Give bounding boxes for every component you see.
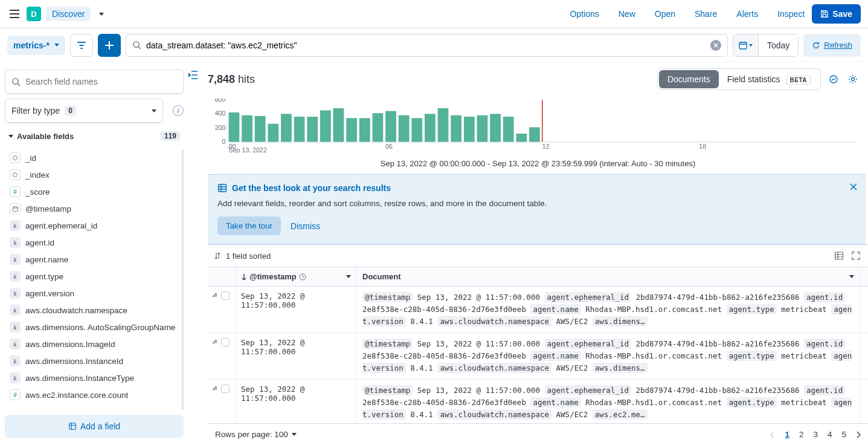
row-checkbox[interactable] bbox=[221, 338, 230, 346]
add-field-button[interactable]: Add a field bbox=[5, 415, 184, 438]
expand-row[interactable] bbox=[211, 291, 217, 297]
svg-rect-32 bbox=[477, 115, 488, 142]
save-icon bbox=[820, 10, 829, 18]
date-calendar-button[interactable] bbox=[733, 34, 759, 56]
plus-icon bbox=[105, 41, 114, 50]
add-filter-button[interactable] bbox=[98, 34, 121, 57]
chevron-down-icon bbox=[54, 44, 59, 47]
callout-close[interactable] bbox=[850, 183, 857, 190]
save-button[interactable]: Save bbox=[812, 4, 861, 24]
page-2[interactable]: 2 bbox=[799, 430, 804, 439]
col-document[interactable]: Document bbox=[356, 267, 861, 286]
svg-rect-23 bbox=[359, 118, 370, 142]
field-item[interactable]: kagent.version bbox=[5, 285, 182, 302]
chevron-down-icon[interactable] bbox=[849, 275, 854, 278]
chevron-down-icon bbox=[152, 109, 156, 112]
tab-documents[interactable]: Documents bbox=[659, 70, 719, 88]
available-fields-label: Available fields bbox=[17, 132, 74, 141]
svg-text:0: 0 bbox=[222, 138, 226, 145]
page-prev[interactable] bbox=[770, 431, 775, 438]
field-info-button[interactable]: i bbox=[173, 105, 184, 116]
svg-rect-36 bbox=[529, 128, 540, 143]
svg-rect-24 bbox=[373, 113, 384, 142]
dismiss-link[interactable]: Dismiss bbox=[291, 221, 320, 231]
expand-row[interactable] bbox=[211, 385, 217, 391]
chart-toggle-button[interactable] bbox=[828, 74, 839, 85]
field-item[interactable]: #aws.ec2.instance.core.count bbox=[5, 386, 182, 403]
field-item[interactable]: kagent.name bbox=[5, 251, 182, 268]
field-type-icon: k bbox=[10, 339, 21, 349]
filter-by-type[interactable]: Filter by type 0 bbox=[5, 99, 163, 123]
field-type-icon: # bbox=[10, 186, 21, 197]
available-fields-header[interactable]: Available fields 119 bbox=[5, 128, 184, 145]
settings-button[interactable] bbox=[847, 74, 858, 85]
field-item[interactable]: kaws.dimensions.InstanceType bbox=[5, 369, 182, 386]
svg-text:06: 06 bbox=[385, 143, 393, 150]
query-input-wrap[interactable] bbox=[126, 34, 728, 57]
field-item[interactable]: kaws.dimensions. AutoScalingGroupName bbox=[5, 319, 182, 336]
fullscreen-button[interactable] bbox=[850, 250, 862, 262]
field-type-icon: k bbox=[10, 220, 21, 231]
data-view-selector[interactable]: metrics-* bbox=[7, 36, 65, 55]
main-content: 7,848 hits Documents Field statistics BE… bbox=[188, 62, 868, 445]
chevron-down-icon[interactable] bbox=[346, 275, 351, 278]
field-item[interactable]: kagent.type bbox=[5, 268, 182, 285]
search-icon bbox=[132, 41, 141, 50]
field-item[interactable]: _id bbox=[5, 149, 182, 166]
field-item[interactable]: _index bbox=[5, 166, 182, 183]
svg-point-3 bbox=[13, 156, 18, 160]
field-item[interactable]: @timestamp bbox=[5, 200, 182, 217]
sort-status[interactable]: 1 field sorted bbox=[226, 252, 271, 261]
app-switcher-chevron[interactable] bbox=[99, 13, 104, 16]
page-4[interactable]: 4 bbox=[828, 430, 832, 439]
page-1[interactable]: 1 bbox=[785, 430, 789, 439]
filter-settings-button[interactable] bbox=[70, 34, 93, 57]
header-link-alerts[interactable]: Alerts bbox=[734, 9, 760, 19]
row-document: @timestamp Sep 13, 2022 @ 11:57:00.000 a… bbox=[356, 380, 861, 423]
page-3[interactable]: 3 bbox=[813, 430, 818, 439]
take-tour-button[interactable]: Take the tour bbox=[217, 216, 281, 235]
header-link-open[interactable]: Open bbox=[652, 9, 678, 19]
page-next[interactable] bbox=[856, 431, 861, 438]
expand-row[interactable] bbox=[211, 338, 217, 344]
app-switcher[interactable]: Discover bbox=[46, 7, 91, 21]
date-range-label[interactable]: Today bbox=[759, 34, 798, 56]
field-search[interactable] bbox=[5, 70, 184, 94]
field-type-icon: k bbox=[10, 356, 21, 366]
field-item[interactable]: kagent.id bbox=[5, 234, 182, 251]
field-item[interactable]: kaws.dimensions.InstanceId bbox=[5, 352, 182, 369]
svg-text:200: 200 bbox=[215, 124, 226, 131]
svg-rect-28 bbox=[425, 114, 436, 142]
menu-toggle[interactable] bbox=[7, 7, 22, 21]
query-input[interactable] bbox=[146, 41, 706, 50]
sidebar-collapse[interactable] bbox=[188, 71, 198, 79]
tab-field-statistics[interactable]: Field statistics BETA bbox=[719, 70, 819, 88]
svg-rect-16 bbox=[268, 124, 278, 142]
field-search-input[interactable] bbox=[25, 77, 177, 86]
field-name-label: agent.version bbox=[25, 289, 74, 298]
svg-rect-34 bbox=[503, 117, 514, 142]
field-item[interactable]: kaws.cloudwatch.namespace bbox=[5, 302, 182, 319]
clock-icon bbox=[299, 273, 306, 281]
svg-text:12: 12 bbox=[542, 143, 550, 150]
header-link-new[interactable]: New bbox=[616, 9, 638, 19]
field-item[interactable]: #_score bbox=[5, 183, 182, 200]
field-item[interactable]: kagent.ephemeral_id bbox=[5, 217, 182, 234]
close-icon bbox=[850, 183, 857, 190]
refresh-button[interactable]: Refresh bbox=[803, 34, 861, 57]
field-item[interactable]: kaws.dimensions.ImageId bbox=[5, 336, 182, 352]
row-checkbox[interactable] bbox=[221, 385, 230, 393]
density-button[interactable] bbox=[833, 250, 845, 262]
header-link-inspect[interactable]: Inspect bbox=[775, 9, 807, 19]
header-link-options[interactable]: Options bbox=[567, 9, 601, 19]
index-icon bbox=[68, 422, 77, 430]
rows-per-page[interactable]: Rows per page: 100 bbox=[215, 430, 297, 439]
row-checkbox[interactable] bbox=[221, 291, 230, 300]
row-timestamp: Sep 13, 2022 @ 11:57:00.000 bbox=[236, 287, 356, 333]
page-5[interactable]: 5 bbox=[841, 430, 846, 439]
table-pager: Rows per page: 100 12345 bbox=[208, 423, 868, 445]
header-link-share[interactable]: Share bbox=[692, 9, 719, 19]
svg-text:18: 18 bbox=[699, 143, 706, 150]
clear-query-button[interactable] bbox=[710, 40, 721, 51]
col-timestamp[interactable]: @timestamp bbox=[236, 267, 356, 286]
